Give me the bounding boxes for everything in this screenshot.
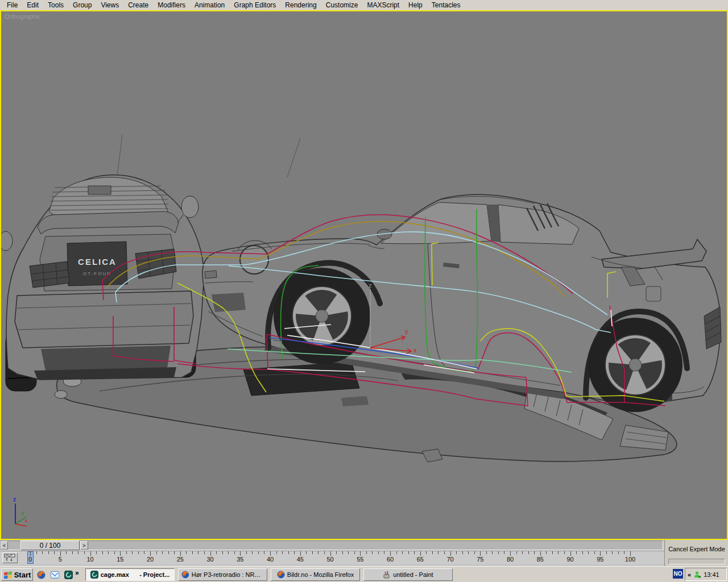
timeline-area: < 0 / 100 > 0510152025303540455055606570… bbox=[0, 540, 728, 566]
quick-launch-3ds-max[interactable] bbox=[63, 569, 74, 580]
outlook-express-icon bbox=[51, 571, 59, 579]
timeline-tick bbox=[420, 551, 421, 556]
menu-tentacles[interactable]: Tentacles bbox=[427, 1, 465, 10]
viewport-canvas[interactable]: Orthographic bbox=[1, 11, 727, 539]
timeline-tick bbox=[150, 551, 151, 556]
previous-frame-button[interactable]: < bbox=[1, 541, 8, 550]
quick-launch-outlook-express[interactable] bbox=[49, 569, 60, 580]
gizmo-z-label: z bbox=[369, 282, 372, 289]
quick-launch-overflow-chevron[interactable]: » bbox=[75, 569, 79, 577]
timeline-tick bbox=[126, 551, 127, 554]
timeline-tick-label: 30 bbox=[206, 556, 213, 563]
taskbar-task-untitled-paint[interactable]: untitled - Paint bbox=[363, 568, 453, 581]
timeline-tick-label: 45 bbox=[297, 556, 304, 563]
world-axis-x-label: x bbox=[25, 518, 28, 523]
timeline-tick bbox=[408, 551, 409, 554]
timeline-tick bbox=[168, 551, 169, 554]
track-bar-icon bbox=[4, 554, 16, 562]
menu-customize[interactable]: Customize bbox=[321, 1, 363, 10]
taskbar-task-nrk-radio[interactable]: Hør P3-retroradio : NRK ... bbox=[178, 568, 267, 581]
start-button[interactable]: Start bbox=[1, 568, 33, 581]
timeline-tick bbox=[486, 551, 487, 554]
tray-collapse-chevron[interactable]: « bbox=[688, 571, 691, 578]
menu-graph-editors[interactable]: Graph Editors bbox=[229, 1, 280, 10]
viewport-scene: CELICA GT-FOUR bbox=[1, 11, 727, 539]
timeline-tick bbox=[198, 551, 198, 554]
timeline-tick bbox=[414, 551, 415, 554]
timeline-tick bbox=[336, 551, 337, 554]
timeline-tick bbox=[456, 551, 457, 554]
timeline-tick bbox=[174, 551, 175, 554]
menu-help[interactable]: Help bbox=[404, 1, 427, 10]
timeline-tick bbox=[288, 551, 289, 554]
time-slider-track[interactable] bbox=[0, 541, 663, 550]
timeline-tick bbox=[588, 551, 589, 554]
timeline-tick bbox=[102, 551, 103, 554]
timeline-tick bbox=[546, 551, 547, 554]
timeline-tick bbox=[348, 551, 349, 554]
timeline-tick bbox=[216, 551, 217, 554]
timeline-tick-label: 20 bbox=[147, 556, 154, 563]
timeline-tick bbox=[492, 551, 493, 554]
time-slider-button[interactable]: 0 / 100 bbox=[20, 541, 80, 550]
menu-edit[interactable]: Edit bbox=[22, 1, 43, 10]
menu-modifiers[interactable]: Modifiers bbox=[153, 1, 190, 10]
menu-group[interactable]: Group bbox=[68, 1, 96, 10]
timeline-tick bbox=[384, 551, 384, 554]
timeline-tick bbox=[300, 551, 301, 556]
world-axis-z-label: z bbox=[13, 496, 16, 502]
timeline-tick bbox=[426, 551, 427, 554]
taskbar-task-bildr-firefox[interactable]: Bildr.no - Mozilla Firefox bbox=[271, 568, 360, 581]
menu-maxscript[interactable]: MAXScript bbox=[362, 1, 404, 10]
cancel-expert-mode-button[interactable]: Cancel Expert Mode bbox=[666, 544, 727, 554]
timeline-tick bbox=[132, 551, 133, 554]
menu-animation[interactable]: Animation bbox=[190, 1, 229, 10]
timeline-tick bbox=[66, 551, 67, 554]
timeline-tick bbox=[474, 551, 475, 554]
open-track-bar-button[interactable] bbox=[2, 552, 18, 563]
timeline-tick bbox=[186, 551, 187, 554]
timeline-tick bbox=[96, 551, 97, 554]
timeline-tick-label: 0 bbox=[28, 556, 32, 563]
timeline-tick bbox=[396, 551, 397, 554]
menu-create[interactable]: Create bbox=[123, 1, 153, 10]
timeline-tick bbox=[606, 551, 607, 554]
language-indicator[interactable]: NO bbox=[673, 569, 683, 579]
taskbar-clock: 13:41 bbox=[704, 571, 719, 578]
timeline-tick-label: 90 bbox=[566, 556, 573, 563]
timeline-tick bbox=[144, 551, 144, 554]
quick-launch-firefox[interactable] bbox=[35, 569, 47, 580]
menu-rendering[interactable]: Rendering bbox=[280, 1, 321, 10]
task-label: untitled - Paint bbox=[393, 571, 433, 578]
timeline-tick bbox=[252, 551, 253, 554]
timeline-tick-label: 100 bbox=[625, 556, 635, 563]
timeline-tick bbox=[372, 551, 373, 554]
menu-views[interactable]: Views bbox=[96, 1, 123, 10]
timeline-tick-label: 50 bbox=[326, 556, 333, 563]
3ds-max-icon bbox=[64, 571, 73, 579]
timeline-tick-label: 55 bbox=[357, 556, 363, 563]
timeline-tick bbox=[570, 551, 571, 556]
timeline-tick bbox=[540, 551, 541, 556]
taskbar-task-cage-max[interactable]: cage.max - Project... bbox=[85, 568, 175, 581]
viewport-active-border: Orthographic bbox=[0, 10, 728, 540]
timeline-tick bbox=[108, 551, 109, 554]
timeline-tick bbox=[210, 551, 211, 556]
timeline-tick bbox=[444, 551, 445, 554]
timeline-tick-label: 15 bbox=[117, 556, 123, 563]
msn-messenger-icon[interactable] bbox=[693, 571, 701, 579]
timeline-tick bbox=[480, 551, 481, 556]
world-axis-tripod: z y x bbox=[13, 496, 28, 526]
timeline-tick bbox=[528, 551, 529, 554]
world-axis-y-label: y bbox=[22, 510, 24, 516]
next-frame-button[interactable]: > bbox=[80, 541, 88, 550]
timeline-ruler[interactable]: 0510152025303540455055606570758085909510… bbox=[0, 551, 664, 564]
timeline-tick-label: 80 bbox=[507, 556, 514, 563]
timeline-tick bbox=[114, 551, 115, 554]
menu-tools[interactable]: Tools bbox=[43, 1, 68, 10]
menu-file[interactable]: File bbox=[2, 1, 22, 10]
timeline-tick-label: 35 bbox=[237, 556, 243, 563]
timeline-tick-label: 85 bbox=[537, 556, 544, 563]
timeline-tick bbox=[204, 551, 205, 554]
timeline-tick bbox=[360, 551, 361, 556]
